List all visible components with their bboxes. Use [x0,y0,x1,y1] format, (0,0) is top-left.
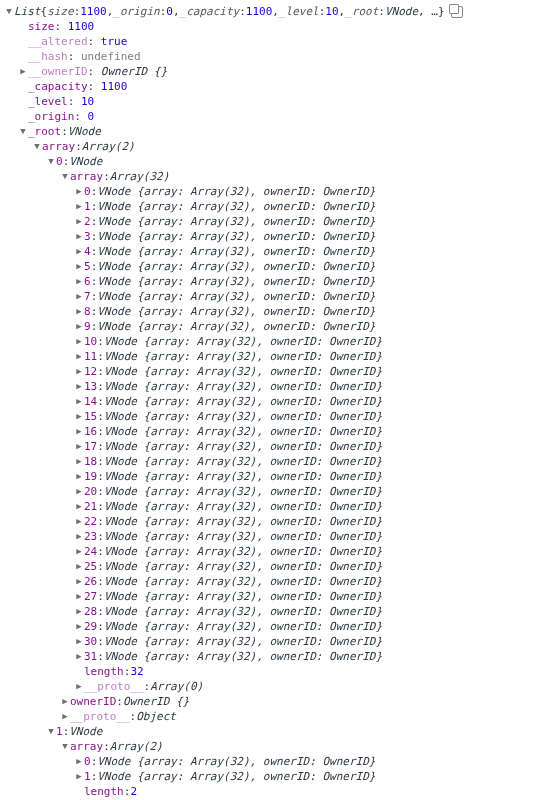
expand-toggle[interactable] [74,499,84,514]
expand-toggle[interactable] [46,724,56,739]
tree-row[interactable]: 25: VNode {array: Array(32), ownerID: Ow… [4,559,541,574]
tree-row[interactable]: 15: VNode {array: Array(32), ownerID: Ow… [4,409,541,424]
tree-row[interactable]: __proto__: Array(0) [4,679,541,694]
tree-row[interactable]: 22: VNode {array: Array(32), ownerID: Ow… [4,514,541,529]
tree-row[interactable]: 9: VNode {array: Array(32), ownerID: Own… [4,319,541,334]
expand-toggle[interactable] [60,709,70,724]
expand-toggle[interactable] [74,394,84,409]
tree-row[interactable]: __hash: undefined [4,49,541,64]
expand-toggle[interactable] [18,124,28,139]
expand-toggle[interactable] [74,559,84,574]
object-tree: List {size: 1100, _origin: 0, _capacity:… [4,4,541,800]
expand-toggle[interactable] [74,409,84,424]
tree-row[interactable]: 1: VNode [4,724,541,739]
tree-row[interactable]: __altered: true [4,34,541,49]
tree-row[interactable]: 13: VNode {array: Array(32), ownerID: Ow… [4,379,541,394]
tree-row[interactable]: 2: VNode {array: Array(32), ownerID: Own… [4,214,541,229]
tree-row[interactable]: _level: 10 [4,94,541,109]
tree-row[interactable]: 0: VNode {array: Array(32), ownerID: Own… [4,184,541,199]
tree-row[interactable]: __proto__: Object [4,709,541,724]
expand-toggle[interactable] [74,544,84,559]
tree-row[interactable]: 19: VNode {array: Array(32), ownerID: Ow… [4,469,541,484]
tree-row[interactable]: 11: VNode {array: Array(32), ownerID: Ow… [4,349,541,364]
expand-toggle[interactable] [74,364,84,379]
expand-toggle[interactable] [74,589,84,604]
tree-row[interactable]: 17: VNode {array: Array(32), ownerID: Ow… [4,439,541,454]
tree-row[interactable]: 23: VNode {array: Array(32), ownerID: Ow… [4,529,541,544]
expand-toggle[interactable] [74,634,84,649]
expand-toggle[interactable] [74,529,84,544]
expand-toggle[interactable] [74,574,84,589]
tree-row[interactable]: 1: VNode {array: Array(32), ownerID: Own… [4,199,541,214]
expand-toggle[interactable] [74,259,84,274]
tree-row[interactable]: 10: VNode {array: Array(32), ownerID: Ow… [4,334,541,349]
tree-row[interactable]: 12: VNode {array: Array(32), ownerID: Ow… [4,364,541,379]
expand-toggle[interactable] [74,319,84,334]
expand-toggle[interactable] [60,739,70,754]
expand-toggle[interactable] [74,349,84,364]
expand-toggle[interactable] [4,4,14,19]
tree-row[interactable]: __ownerID: OwnerID {} [4,64,541,79]
expand-toggle[interactable] [18,64,28,79]
tree-row[interactable]: 0: VNode {array: Array(32), ownerID: Own… [4,754,541,769]
expand-toggle[interactable] [74,304,84,319]
expand-toggle[interactable] [74,514,84,529]
expand-toggle[interactable] [74,184,84,199]
tree-row[interactable]: List {size: 1100, _origin: 0, _capacity:… [4,4,541,19]
tree-row[interactable]: array: Array(32) [4,169,541,184]
tree-row[interactable]: 31: VNode {array: Array(32), ownerID: Ow… [4,649,541,664]
tree-row[interactable]: 1: VNode {array: Array(32), ownerID: Own… [4,769,541,784]
expand-toggle[interactable] [74,379,84,394]
expand-toggle[interactable] [74,289,84,304]
tree-row[interactable]: _capacity: 1100 [4,79,541,94]
expand-toggle[interactable] [74,274,84,289]
expand-toggle[interactable] [32,139,42,154]
tree-row[interactable]: 27: VNode {array: Array(32), ownerID: Ow… [4,589,541,604]
expand-toggle[interactable] [74,484,84,499]
expand-toggle[interactable] [74,214,84,229]
tree-row[interactable]: _root: VNode [4,124,541,139]
tree-row[interactable]: 20: VNode {array: Array(32), ownerID: Ow… [4,484,541,499]
expand-toggle[interactable] [74,439,84,454]
tree-row[interactable]: 24: VNode {array: Array(32), ownerID: Ow… [4,544,541,559]
tree-row[interactable]: 0: VNode [4,154,541,169]
tree-row[interactable]: 8: VNode {array: Array(32), ownerID: Own… [4,304,541,319]
expand-toggle[interactable] [60,694,70,709]
tree-row[interactable]: 26: VNode {array: Array(32), ownerID: Ow… [4,574,541,589]
tree-row[interactable]: 18: VNode {array: Array(32), ownerID: Ow… [4,454,541,469]
tree-row[interactable]: _origin: 0 [4,109,541,124]
copy-icon[interactable] [451,6,463,18]
expand-toggle[interactable] [74,334,84,349]
tree-row[interactable]: ownerID: OwnerID {} [4,694,541,709]
expand-toggle[interactable] [74,619,84,634]
expand-toggle[interactable] [74,229,84,244]
expand-toggle[interactable] [74,424,84,439]
tree-row[interactable]: 16: VNode {array: Array(32), ownerID: Ow… [4,424,541,439]
expand-toggle[interactable] [74,769,84,784]
tree-row[interactable]: 14: VNode {array: Array(32), ownerID: Ow… [4,394,541,409]
tree-row[interactable]: array: Array(2) [4,139,541,154]
tree-row[interactable]: 4: VNode {array: Array(32), ownerID: Own… [4,244,541,259]
tree-row[interactable]: array: Array(2) [4,739,541,754]
expand-toggle[interactable] [74,649,84,664]
tree-row[interactable]: length: 2 [4,784,541,799]
tree-row[interactable]: 28: VNode {array: Array(32), ownerID: Ow… [4,604,541,619]
tree-row[interactable]: 29: VNode {array: Array(32), ownerID: Ow… [4,619,541,634]
tree-row[interactable]: 5: VNode {array: Array(32), ownerID: Own… [4,259,541,274]
tree-row[interactable]: 30: VNode {array: Array(32), ownerID: Ow… [4,634,541,649]
expand-toggle[interactable] [46,154,56,169]
expand-toggle[interactable] [74,244,84,259]
tree-row[interactable]: 3: VNode {array: Array(32), ownerID: Own… [4,229,541,244]
tree-row[interactable]: 7: VNode {array: Array(32), ownerID: Own… [4,289,541,304]
tree-row[interactable]: length: 32 [4,664,541,679]
expand-toggle[interactable] [74,754,84,769]
expand-toggle[interactable] [60,169,70,184]
tree-row[interactable]: 6: VNode {array: Array(32), ownerID: Own… [4,274,541,289]
expand-toggle[interactable] [74,604,84,619]
expand-toggle[interactable] [74,454,84,469]
expand-toggle[interactable] [74,679,84,694]
expand-toggle[interactable] [74,199,84,214]
expand-toggle[interactable] [74,469,84,484]
tree-row[interactable]: size: 1100 [4,19,541,34]
tree-row[interactable]: 21: VNode {array: Array(32), ownerID: Ow… [4,499,541,514]
